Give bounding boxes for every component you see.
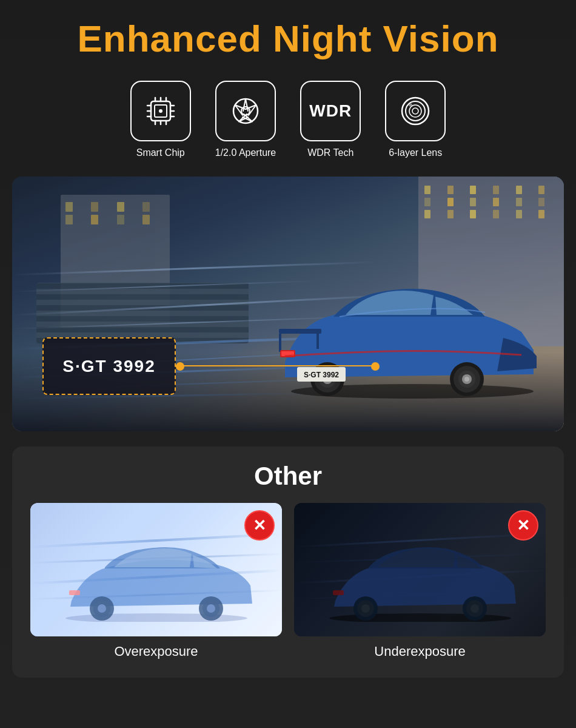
svg-rect-35 xyxy=(316,334,319,349)
lens-icon-box xyxy=(385,81,446,141)
overexposure-image: ✕ xyxy=(30,503,282,636)
bleachers xyxy=(36,283,249,343)
svg-point-61 xyxy=(361,604,370,613)
svg-point-14 xyxy=(159,109,162,113)
page-wrapper: Enhanced Night Vision xyxy=(0,0,576,728)
svg-text:S·GT 3992: S·GT 3992 xyxy=(304,371,339,379)
svg-point-15 xyxy=(233,99,258,123)
svg-rect-57 xyxy=(69,590,80,595)
feature-wdr: WDR WDR Tech xyxy=(300,81,361,158)
main-car: S·GT 3992 xyxy=(267,277,540,401)
overexposure-x-badge: ✕ xyxy=(244,510,275,541)
overexposure-item: ✕ Overexposure xyxy=(30,503,282,659)
svg-rect-33 xyxy=(279,329,321,334)
aperture-icon-box xyxy=(215,81,276,141)
plate-zoom-text: S·GT 3992 xyxy=(62,357,155,376)
svg-point-28 xyxy=(406,101,425,121)
connector-line xyxy=(176,365,376,366)
main-scene-container: S·GT 3992 S·GT 3992 xyxy=(12,177,564,431)
feature-aperture: 1/2.0 Aperture xyxy=(215,81,276,158)
lens-icon xyxy=(397,93,434,129)
underexposure-image: ✕ xyxy=(294,503,546,636)
underexposure-x-badge: ✕ xyxy=(508,510,538,541)
plate-zoom-box: S·GT 3992 xyxy=(42,337,176,395)
smart-chip-icon-box xyxy=(130,81,191,141)
page-title: Enhanced Night Vision xyxy=(77,18,498,59)
svg-point-56 xyxy=(207,604,215,613)
svg-rect-34 xyxy=(279,334,281,352)
overexposure-label: Overexposure xyxy=(30,644,282,659)
bottom-section: Other xyxy=(12,447,564,678)
main-scene: S·GT 3992 S·GT 3992 xyxy=(12,177,564,431)
aperture-icon xyxy=(227,93,264,129)
feature-smart-chip: Smart Chip xyxy=(130,81,191,158)
wdr-text-icon: WDR xyxy=(309,101,352,121)
smart-chip-label: Smart Chip xyxy=(136,147,185,158)
lens-label: 6-layer Lens xyxy=(389,147,442,158)
wdr-label: WDR Tech xyxy=(307,147,353,158)
comparison-row: ✕ Overexposure xyxy=(30,503,546,659)
svg-point-64 xyxy=(471,604,479,613)
wdr-icon-box: WDR xyxy=(300,81,361,141)
other-title: Other xyxy=(254,462,322,491)
svg-rect-65 xyxy=(333,590,344,595)
aperture-label: 1/2.0 Aperture xyxy=(215,147,276,158)
smart-chip-icon xyxy=(142,93,179,129)
svg-point-53 xyxy=(98,604,106,613)
underexposure-item: ✕ Underexposure xyxy=(294,503,546,659)
feature-lens: 6-layer Lens xyxy=(385,81,446,158)
svg-point-29 xyxy=(409,105,421,117)
underexposure-label: Underexposure xyxy=(294,644,546,659)
features-row: Smart Chip xyxy=(12,81,564,158)
svg-point-30 xyxy=(412,108,418,114)
svg-point-47 xyxy=(464,377,469,382)
